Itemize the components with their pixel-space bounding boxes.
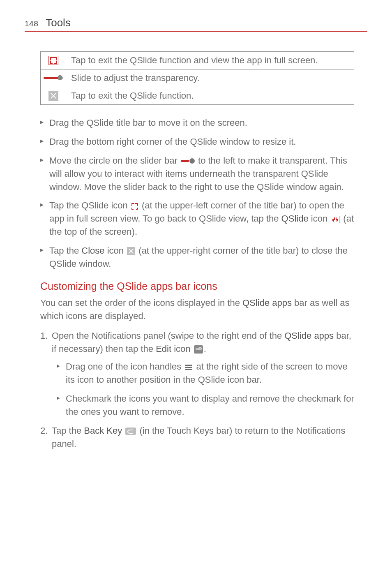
drag-handle-icon [185,365,192,370]
page-number: 148 [25,19,38,28]
bold-text: QSlide [281,213,309,224]
slider-icon [181,158,195,164]
list-item: Drag one of the icon handles at the righ… [57,360,354,386]
expand-icon-cell [41,52,66,69]
text: You can set the order of the icons displ… [40,298,242,308]
list-item: Drag the bottom right corner of the QSli… [40,135,354,148]
bold-text: Close [81,245,104,256]
text: . [204,344,206,354]
text: Open the Notifications panel (swipe to t… [52,331,284,341]
list-item: Tap the QSlide icon (at the upper-left c… [40,199,354,238]
section-intro: You can set the order of the icons displ… [40,296,354,323]
step-item: Open the Notifications panel (swipe to t… [40,329,354,418]
list-item: Checkmark the icons you want to display … [57,392,354,418]
close-icon-cell [41,87,66,105]
bold-text: QSlide apps [284,331,334,341]
bold-text: QSlide apps [242,298,292,308]
text: Tap the QSlide icon [49,200,130,210]
section-heading: Customizing the QSlide apps bar icons [40,280,354,292]
edit-icon [194,345,203,354]
icon-description-table: Tap to exit the QSlide function and view… [40,51,354,105]
table-desc: Slide to adjust the transparency. [66,69,354,87]
text [122,425,125,436]
header-title: Tools [46,16,71,29]
text: Tap the [52,425,84,436]
list-item: Drag the QSlide title bar to move it on … [40,116,354,129]
step-item: Tap the Back Key (in the Touch Keys bar)… [40,424,354,451]
table-desc: Tap to exit the QSlide function and view… [66,52,354,69]
table-row: Tap to exit the QSlide function. [41,87,354,105]
page-header: 148 Tools [25,16,367,32]
expand-icon [48,56,58,65]
table-desc: Tap to exit the QSlide function. [66,87,354,105]
text: Move the circle on the slider bar [49,155,180,166]
table-row: Slide to adjust the transparency. [41,69,354,87]
fullscreen-icon [131,203,138,210]
instruction-bullets: Drag the QSlide title bar to move it on … [40,116,354,270]
bold-text: Edit [156,344,171,354]
close-icon [127,247,135,255]
list-item: Move the circle on the slider bar to the… [40,154,354,194]
text: icon [309,213,330,224]
text: icon [171,344,193,354]
table-row: Tap to exit the QSlide function and view… [41,52,354,69]
text: icon [105,245,127,256]
text: Tap the [49,245,81,256]
sub-bullets: Drag one of the icon handles at the righ… [57,360,354,418]
content-area: Tap to exit the QSlide function and view… [25,51,367,451]
list-item: Tap the Close icon (at the upper-right c… [40,244,354,270]
numbered-steps: Open the Notifications panel (swipe to t… [40,329,354,451]
collapse-icon [331,216,340,223]
close-icon [48,91,58,101]
transparency-slider-icon [44,75,63,81]
back-key-icon [125,428,136,435]
text: Drag one of the icon handles [66,361,184,372]
transparency-slider-cell [41,69,66,87]
page: 148 Tools Tap to exit the QSlide functio… [0,0,392,473]
bold-text: Back Key [84,425,122,436]
